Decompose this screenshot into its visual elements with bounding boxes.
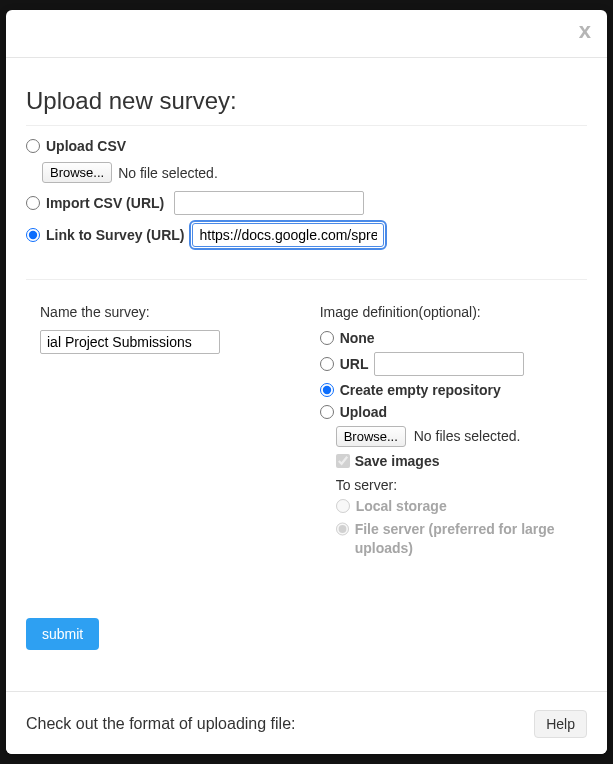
imgdef-url-row: URL — [320, 352, 587, 376]
name-column: Name the survey: — [26, 304, 290, 562]
upload-csv-status: No file selected. — [118, 165, 218, 181]
imgdef-upload-browse-button[interactable]: Browse... — [336, 426, 406, 447]
imgdef-none-label[interactable]: None — [340, 330, 375, 346]
help-button[interactable]: Help — [534, 710, 587, 738]
submit-button[interactable]: submit — [26, 618, 99, 650]
upload-csv-row: Upload CSV — [26, 138, 587, 154]
to-server-label: To server: — [336, 477, 587, 493]
imgdef-upload-status: No files selected. — [414, 428, 521, 444]
import-csv-url-radio[interactable] — [26, 196, 40, 210]
upload-csv-radio[interactable] — [26, 139, 40, 153]
image-def-title: Image definition(optional): — [320, 304, 587, 320]
imgdef-none-row: None — [320, 330, 587, 346]
imgdef-url-radio[interactable] — [320, 357, 334, 371]
imgdef-upload-radio[interactable] — [320, 405, 334, 419]
imgdef-url-input[interactable] — [374, 352, 524, 376]
imgdef-url-label[interactable]: URL — [340, 356, 369, 372]
imgdef-create-empty-row: Create empty repository — [320, 382, 587, 398]
imgdef-upload-row: Upload — [320, 404, 587, 420]
modal-title: Upload new survey: — [26, 87, 587, 126]
imgdef-upload-browse-row: Browse... No files selected. — [336, 426, 587, 447]
imgdef-create-empty-radio[interactable] — [320, 383, 334, 397]
link-survey-url-row: Link to Survey (URL) — [26, 223, 587, 247]
link-survey-url-label[interactable]: Link to Survey (URL) — [46, 227, 184, 243]
imgdef-create-empty-label[interactable]: Create empty repository — [340, 382, 501, 398]
close-icon[interactable]: x — [579, 20, 591, 42]
import-csv-url-input[interactable] — [174, 191, 364, 215]
footer-text: Check out the format of uploading file: — [26, 715, 296, 733]
upload-survey-modal: x Upload new survey: Upload CSV Browse..… — [6, 10, 607, 754]
local-storage-label: Local storage — [356, 497, 447, 516]
modal-header: x — [6, 10, 607, 58]
modal-footer: Check out the format of uploading file: … — [6, 691, 607, 754]
details-row: Name the survey: Image definition(option… — [26, 304, 587, 562]
link-survey-url-input[interactable] — [192, 223, 384, 247]
local-storage-row: Local storage — [336, 497, 587, 516]
image-save-block: Save images To server: Local storage Fil… — [336, 453, 587, 558]
file-server-row: File server (preferred for large uploads… — [336, 520, 587, 558]
import-csv-url-row: Import CSV (URL) — [26, 191, 587, 215]
upload-csv-browse-button[interactable]: Browse... — [42, 162, 112, 183]
link-survey-url-radio[interactable] — [26, 228, 40, 242]
source-selection: Upload CSV Browse... No file selected. I… — [26, 138, 587, 280]
image-def-column: Image definition(optional): None URL Cre… — [320, 304, 587, 562]
local-storage-radio — [336, 499, 350, 513]
upload-csv-label[interactable]: Upload CSV — [46, 138, 126, 154]
import-csv-url-label[interactable]: Import CSV (URL) — [46, 195, 164, 211]
save-images-row: Save images — [336, 453, 587, 469]
modal-body: Upload new survey: Upload CSV Browse... … — [6, 58, 607, 665]
upload-csv-browse-row: Browse... No file selected. — [42, 162, 587, 183]
survey-name-input[interactable] — [40, 330, 220, 354]
survey-name-label: Name the survey: — [40, 304, 290, 320]
imgdef-none-radio[interactable] — [320, 331, 334, 345]
save-images-label[interactable]: Save images — [355, 453, 440, 469]
file-server-label: File server (preferred for large uploads… — [355, 520, 587, 558]
file-server-radio — [336, 522, 349, 536]
imgdef-upload-label[interactable]: Upload — [340, 404, 387, 420]
save-images-checkbox[interactable] — [336, 454, 350, 468]
